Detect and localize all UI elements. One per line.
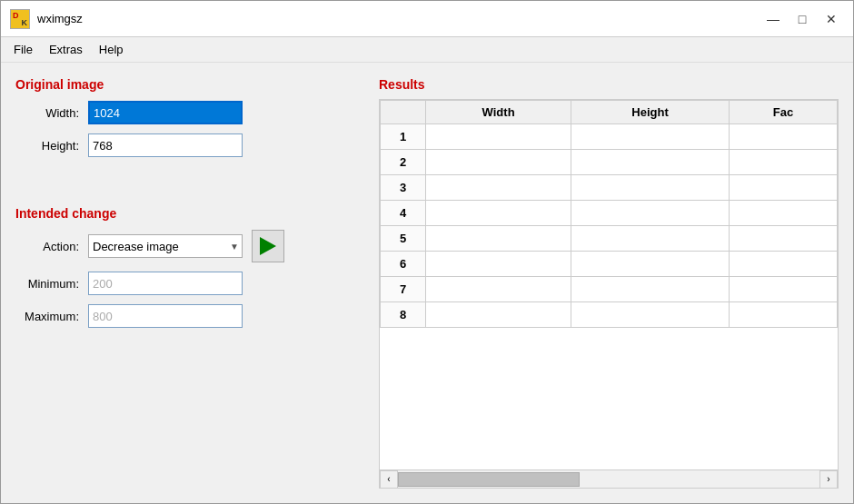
table-row: 3 <box>381 175 838 201</box>
col-factor: Fac <box>729 101 837 124</box>
title-controls: — □ ✕ <box>760 8 844 30</box>
action-label: Action: <box>15 240 88 253</box>
menu-file[interactable]: File <box>6 40 40 59</box>
row-factor-8 <box>729 302 837 328</box>
app-icon <box>10 9 30 29</box>
menu-help[interactable]: Help <box>92 40 131 59</box>
row-factor-4 <box>729 201 837 226</box>
original-image-section: Original image Width: Height: <box>15 77 361 166</box>
width-input[interactable] <box>88 101 243 124</box>
intended-change-section: Intended change Action: Decrease image I… <box>15 206 361 337</box>
row-num-8: 8 <box>381 302 426 328</box>
main-window: wximgsz — □ ✕ File Extras Help Original … <box>0 0 854 504</box>
run-button[interactable] <box>252 230 284 262</box>
original-image-title: Original image <box>15 77 361 92</box>
table-header-row: Width Height Fac <box>381 101 838 124</box>
results-table: Width Height Fac 1 2 3 <box>380 100 838 328</box>
row-width-3 <box>426 175 571 201</box>
row-num-5: 5 <box>381 226 426 252</box>
action-select[interactable]: Decrease image Increase image Resize to <box>88 234 243 258</box>
row-width-8 <box>426 302 571 328</box>
horizontal-scrollbar: ‹ › <box>380 469 838 488</box>
row-factor-2 <box>729 150 837 175</box>
row-factor-3 <box>729 175 837 201</box>
row-width-2 <box>426 150 571 175</box>
height-group: Height: <box>15 133 361 157</box>
row-height-2 <box>571 150 730 175</box>
height-label: Height: <box>15 139 88 153</box>
maximize-button[interactable]: □ <box>789 8 815 30</box>
row-height-4 <box>571 201 730 226</box>
title-bar: wximgsz — □ ✕ <box>1 1 853 37</box>
table-row: 5 <box>381 226 838 252</box>
action-select-wrapper: Decrease image Increase image Resize to … <box>88 234 243 258</box>
scroll-thumb[interactable] <box>398 472 580 487</box>
row-width-7 <box>426 277 571 302</box>
row-num-4: 4 <box>381 201 426 226</box>
row-num-1: 1 <box>381 124 426 150</box>
row-height-3 <box>571 175 730 201</box>
table-row: 2 <box>381 150 838 175</box>
minimum-input[interactable] <box>88 272 243 295</box>
minimum-label: Minimum: <box>15 277 88 291</box>
maximum-group: Maximum: <box>15 304 361 328</box>
play-icon <box>260 237 276 255</box>
row-height-1 <box>571 124 730 150</box>
row-num-2: 2 <box>381 150 426 175</box>
table-scroll-area[interactable]: Width Height Fac 1 2 3 <box>380 100 838 469</box>
scroll-right-button[interactable]: › <box>819 470 838 489</box>
row-factor-7 <box>729 277 837 302</box>
table-row: 6 <box>381 252 838 277</box>
width-group: Width: <box>15 101 361 124</box>
row-width-5 <box>426 226 571 252</box>
results-table-container: Width Height Fac 1 2 3 <box>379 99 839 489</box>
col-width: Width <box>426 101 571 124</box>
height-input[interactable] <box>88 133 243 157</box>
table-row: 4 <box>381 201 838 226</box>
row-factor-6 <box>729 252 837 277</box>
col-height: Height <box>571 101 730 124</box>
table-row: 7 <box>381 277 838 302</box>
maximum-input[interactable] <box>88 304 243 328</box>
minimize-button[interactable]: — <box>760 8 786 30</box>
row-height-7 <box>571 277 730 302</box>
row-factor-5 <box>729 226 837 252</box>
minimum-group: Minimum: <box>15 272 361 295</box>
left-panel: Original image Width: Height: Intended c… <box>15 77 361 489</box>
row-factor-1 <box>729 124 837 150</box>
maximum-label: Maximum: <box>15 310 88 323</box>
intended-change-title: Intended change <box>15 206 361 221</box>
scroll-left-button[interactable]: ‹ <box>380 470 398 489</box>
right-panel: Results Width Height Fac <box>379 77 839 489</box>
menu-extras[interactable]: Extras <box>42 40 90 59</box>
window-title: wximgsz <box>37 12 83 25</box>
table-row: 8 <box>381 302 838 328</box>
row-height-8 <box>571 302 730 328</box>
table-row: 1 <box>381 124 838 150</box>
scroll-track[interactable] <box>398 470 819 488</box>
main-content: Original image Width: Height: Intended c… <box>1 63 853 503</box>
row-width-4 <box>426 201 571 226</box>
row-num-3: 3 <box>381 175 426 201</box>
row-num-6: 6 <box>381 252 426 277</box>
menu-bar: File Extras Help <box>1 37 853 63</box>
close-button[interactable]: ✕ <box>819 8 844 30</box>
width-label: Width: <box>15 106 88 120</box>
row-width-6 <box>426 252 571 277</box>
row-width-1 <box>426 124 571 150</box>
title-bar-left: wximgsz <box>10 9 83 29</box>
action-group: Action: Decrease image Increase image Re… <box>15 234 243 258</box>
col-num <box>381 101 426 124</box>
row-num-7: 7 <box>381 277 426 302</box>
results-title: Results <box>379 77 839 92</box>
row-height-5 <box>571 226 730 252</box>
row-height-6 <box>571 252 730 277</box>
